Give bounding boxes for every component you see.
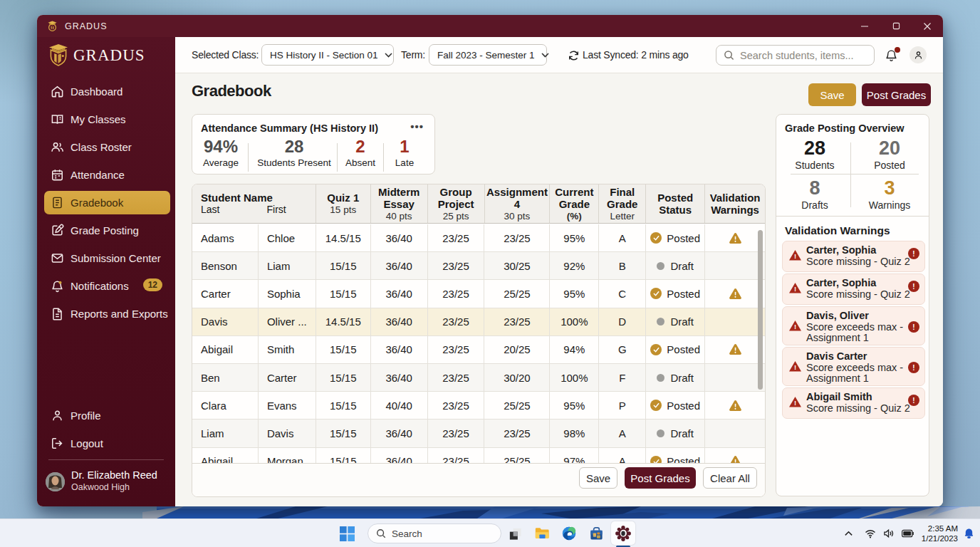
svg-text:!: !	[794, 285, 796, 293]
svg-text:!: !	[794, 323, 796, 330]
svg-text:!: !	[794, 252, 796, 260]
svg-text:!: !	[794, 363, 796, 371]
svg-text:!: !	[794, 399, 796, 407]
